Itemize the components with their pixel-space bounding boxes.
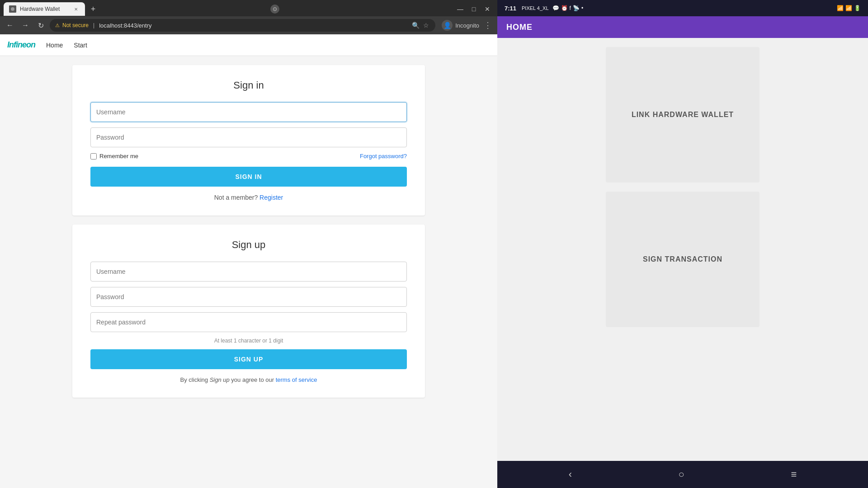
address-bar-row: ← → ↻ ⚠ Not secure | localhost:8443/entr… [0,16,497,34]
security-warning-icon: ⚠ [55,23,60,28]
remember-me-label: Remember me [99,153,138,160]
address-icons: 🔍 ☆ [411,21,430,30]
svg-point-1 [11,7,14,11]
wifi-icon: 📶 [837,5,844,11]
back-button[interactable]: ← [4,19,16,32]
signup-button[interactable]: SIGN UP [90,349,407,369]
phone-label-bar: HOME [497,16,868,38]
signup-password-input[interactable] [90,287,407,307]
register-link[interactable]: Register [259,194,283,201]
tab-close-button[interactable]: ✕ [72,5,80,13]
logo-text: Infineon [7,40,35,49]
signin-password-input[interactable] [90,127,407,147]
forgot-password-link[interactable]: Forgot password? [360,153,407,160]
search-icon[interactable]: 🔍 [411,21,420,30]
close-button[interactable]: ✕ [481,3,494,15]
signin-username-input[interactable] [90,102,407,122]
signin-title: Sign in [90,80,407,91]
battery-icon: 🔋 [854,5,861,11]
site-navbar: Infineon Home Start [0,34,497,56]
remember-me-checkbox[interactable] [90,153,97,160]
not-member-text: Not a member? [214,194,258,201]
forward-button[interactable]: → [19,19,32,32]
refresh-button[interactable]: ↻ [34,19,47,32]
signin-card: Sign in Remember me Forgot password? SIG… [72,65,425,216]
phone-home-button[interactable]: ○ [679,469,684,480]
maximize-button[interactable]: □ [467,3,480,15]
address-bar[interactable]: ⚠ Not secure | localhost:8443/entry 🔍 ☆ [50,19,435,32]
phone-content: LINK HARDWARE WALLET SIGN TRANSACTION [497,38,868,461]
terms-link[interactable]: terms of service [276,376,317,383]
link-hardware-wallet-label: LINK HARDWARE WALLET [623,102,743,128]
signup-title: Sign up [90,239,407,251]
tab-bar: Hardware Wallet ✕ + ⊙ — □ ✕ [0,0,497,16]
terms-middle-text: you agree to our [231,376,274,383]
minimize-button[interactable]: — [454,3,467,15]
start-nav-link[interactable]: Start [74,42,87,49]
main-content: Sign in Remember me Forgot password? SIG… [0,56,497,488]
remember-me-group: Remember me [90,153,138,160]
phone-icons: PIXEL 4_XL 💬 ⏰ f 📡 • [522,5,583,11]
phone-back-button[interactable]: ‹ [569,469,572,480]
incognito-label: Incognito [455,22,479,29]
phone-model-label: PIXEL 4_XL [522,5,549,11]
tab-favicon [9,5,16,13]
terms-italic-text: Sign up [210,376,230,383]
whatsapp-icon: 💬 [552,5,559,11]
browser-profile-icon: ⊙ [270,5,279,14]
phone-home-label: HOME [506,23,533,32]
signin-button[interactable]: SIGN IN [90,167,407,187]
signup-card: Sign up At least 1 character or 1 digit … [72,225,425,398]
terms-prefix: By clicking [180,376,208,383]
signup-repeat-password-input[interactable] [90,312,407,332]
phone-bottom-bar: ‹ ○ ≡ [497,461,868,488]
window-controls: — □ ✕ [454,3,497,15]
phone-status-bar: 7:11 PIXEL 4_XL 💬 ⏰ f 📡 • 📶 📶 🔋 [497,0,868,16]
phone-time: 7:11 [505,5,516,12]
tab-title: Hardware Wallet [20,6,69,12]
new-tab-button[interactable]: + [87,3,99,15]
sign-transaction-card[interactable]: SIGN TRANSACTION [606,192,760,327]
forms-container: Sign in Remember me Forgot password? SIG… [63,65,434,398]
terms-row: By clicking Sign up you agree to our ter… [90,376,407,383]
cast-icon: 📡 [573,5,580,11]
browser-menu-button[interactable]: ⋮ [482,20,494,30]
phone-right-icons: 📶 📶 🔋 [837,5,861,11]
active-tab[interactable]: Hardware Wallet ✕ [4,2,85,16]
browser-chrome: Hardware Wallet ✕ + ⊙ — □ ✕ ← → ↻ ⚠ [0,0,497,34]
signal-icon: 📶 [845,5,852,11]
account-icon[interactable]: 👤 [442,20,453,31]
link-hardware-wallet-card[interactable]: LINK HARDWARE WALLET [606,47,760,183]
fb-icon: f [570,5,571,11]
register-row: Not a member? Register [90,194,407,201]
browser-panel: Hardware Wallet ✕ + ⊙ — □ ✕ ← → ↻ ⚠ [0,0,497,488]
security-warning-text: Not secure [62,22,89,28]
bookmark-icon[interactable]: ☆ [422,21,430,30]
remember-forgot-row: Remember me Forgot password? [90,153,407,160]
address-text: localhost:8443/entry [99,22,151,29]
home-nav-link[interactable]: Home [46,42,63,49]
signup-username-input[interactable] [90,262,407,282]
sign-transaction-label: SIGN TRANSACTION [634,246,731,272]
password-hint: At least 1 character or 1 digit [90,338,407,344]
phone-panel: 7:11 PIXEL 4_XL 💬 ⏰ f 📡 • 📶 📶 🔋 HOME LIN… [497,0,868,488]
alarm-icon: ⏰ [561,5,568,11]
dot-icon: • [581,5,583,11]
incognito-area: 👤 Incognito [442,20,479,31]
separator: | [93,22,94,28]
infineon-logo[interactable]: Infineon [7,40,35,50]
phone-menu-button[interactable]: ≡ [791,469,797,480]
